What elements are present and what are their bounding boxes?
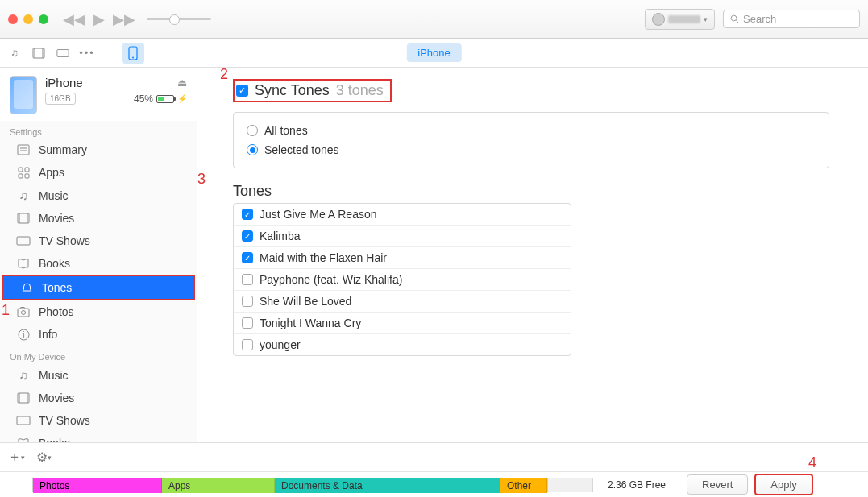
tone-row[interactable]: Payphone (feat. Wiz Khalifa) bbox=[234, 269, 571, 291]
tone-checkbox[interactable]: ✓ bbox=[242, 209, 253, 220]
tone-checkbox[interactable]: ✓ bbox=[242, 230, 253, 242]
books-icon bbox=[16, 437, 31, 442]
tone-label: Kalimba bbox=[260, 230, 301, 242]
capacity-badge: 16GB bbox=[45, 93, 76, 105]
device-tab[interactable] bbox=[122, 43, 144, 64]
chevron-down-icon: ▾ bbox=[704, 15, 708, 23]
tone-label: She Will Be Loved bbox=[260, 295, 351, 308]
search-input[interactable]: Search bbox=[723, 10, 860, 28]
close-window-icon[interactable] bbox=[8, 14, 18, 24]
sidebar-item-tv-shows[interactable]: TV Shows bbox=[0, 230, 197, 252]
tone-row[interactable]: ✓Kalimba bbox=[234, 226, 571, 247]
svg-rect-27 bbox=[17, 416, 30, 425]
tone-label: younger bbox=[260, 338, 301, 351]
tone-row[interactable]: ✓Maid with the Flaxen Hair bbox=[234, 247, 571, 269]
tones-list: ✓Just Give Me A Reason✓Kalimba✓Maid with… bbox=[233, 203, 571, 356]
sidebar-item-info[interactable]: iInfo bbox=[0, 323, 197, 346]
svg-rect-11 bbox=[19, 168, 23, 172]
gear-menu-button[interactable]: ⚙▾ bbox=[36, 449, 52, 465]
radio-all-tones[interactable]: All tones bbox=[247, 121, 816, 140]
music-tab-icon[interactable]: ♫ bbox=[8, 47, 21, 60]
nav-back-forward: ◀◀ ▶ ▶▶ bbox=[63, 10, 135, 28]
svg-point-0 bbox=[731, 15, 737, 21]
sidebar-section-settings: Settings bbox=[0, 121, 197, 139]
volume-slider[interactable] bbox=[147, 18, 211, 20]
storage-bar: PhotosAppsDocuments & DataOther 2.36 GB … bbox=[0, 471, 868, 497]
sidebar-device-item-books[interactable]: Books bbox=[0, 432, 197, 442]
svg-rect-19 bbox=[18, 309, 29, 317]
main-panel: 2 ✓ Sync Tones 3 tones All tones Selecte… bbox=[197, 68, 868, 442]
sidebar-item-music[interactable]: ♫Music bbox=[0, 184, 197, 207]
annotation-1: 1 bbox=[2, 302, 10, 319]
movies-tab-icon[interactable] bbox=[32, 47, 45, 60]
tv-tab-icon[interactable] bbox=[56, 47, 69, 60]
annotation-3: 3 bbox=[197, 171, 206, 188]
sidebar-item-photos[interactable]: Photos bbox=[0, 300, 197, 323]
sync-tones-checkbox[interactable]: ✓ bbox=[236, 85, 248, 97]
window-titlebar: ◀◀ ▶ ▶▶ ▾ Search bbox=[0, 0, 868, 39]
radio-selected-tones[interactable]: Selected tones bbox=[247, 140, 816, 159]
sidebar-device-item-tv-shows[interactable]: TV Shows bbox=[0, 409, 197, 432]
account-name bbox=[668, 15, 700, 23]
sidebar-item-movies[interactable]: Movies bbox=[0, 207, 197, 230]
back-button[interactable]: ◀◀ bbox=[63, 10, 85, 28]
tone-checkbox[interactable] bbox=[242, 296, 253, 307]
play-button[interactable]: ▶ bbox=[93, 10, 105, 28]
tone-row[interactable]: ✓Just Give Me A Reason bbox=[234, 204, 571, 226]
minimize-window-icon[interactable] bbox=[23, 14, 33, 24]
movies-icon bbox=[16, 213, 31, 224]
sync-scope-box: All tones Selected tones bbox=[233, 112, 829, 168]
svg-line-1 bbox=[737, 20, 739, 23]
sidebar-footer-toolbar: ＋▾ ⚙▾ bbox=[0, 442, 868, 471]
tone-row[interactable]: She Will Be Loved bbox=[234, 291, 571, 313]
tone-row[interactable]: younger bbox=[234, 334, 571, 355]
sidebar-item-books[interactable]: Books bbox=[0, 252, 197, 275]
books-icon bbox=[16, 258, 31, 269]
tone-checkbox[interactable]: ✓ bbox=[242, 252, 253, 263]
revert-button[interactable]: Revert bbox=[687, 474, 748, 495]
storage-segment-photos: Photos bbox=[33, 478, 162, 493]
tones-section-title: Tones bbox=[233, 183, 845, 200]
sync-tones-header[interactable]: ✓ Sync Tones 3 tones bbox=[233, 79, 392, 102]
tone-checkbox[interactable] bbox=[242, 274, 253, 285]
sidebar-item-label: Books bbox=[39, 437, 70, 442]
svg-point-20 bbox=[22, 310, 26, 314]
sidebar-item-label: Photos bbox=[39, 305, 74, 318]
sidebar-device-item-music[interactable]: ♫Music bbox=[0, 363, 197, 387]
sidebar-item-tones[interactable]: Tones bbox=[2, 275, 195, 300]
sidebar-item-label: Info bbox=[39, 328, 57, 341]
add-button[interactable]: ＋▾ bbox=[8, 449, 25, 466]
search-icon bbox=[730, 14, 740, 24]
tone-checkbox[interactable] bbox=[242, 317, 253, 329]
forward-button[interactable]: ▶▶ bbox=[113, 10, 135, 28]
sidebar-item-apps[interactable]: Apps bbox=[0, 161, 197, 184]
tone-row[interactable]: Tonight I Wanna Cry bbox=[234, 313, 571, 334]
storage-segment-other: Other bbox=[500, 478, 547, 493]
apply-button[interactable]: Apply bbox=[754, 474, 813, 495]
radio-all-label: All tones bbox=[264, 124, 308, 137]
tone-checkbox[interactable] bbox=[242, 339, 253, 350]
tones-icon bbox=[19, 282, 34, 294]
sidebar-item-label: Music bbox=[39, 369, 69, 382]
sidebar-item-label: Movies bbox=[39, 212, 74, 225]
tv-icon bbox=[16, 416, 31, 426]
svg-text:i: i bbox=[23, 330, 24, 339]
storage-free-segment bbox=[548, 478, 593, 492]
sidebar-item-label: TV Shows bbox=[39, 234, 90, 247]
svg-rect-8 bbox=[18, 145, 29, 155]
device-name-pill[interactable]: iPhone bbox=[406, 43, 461, 62]
radio-icon bbox=[247, 144, 258, 155]
sidebar-device-item-movies[interactable]: Movies bbox=[0, 387, 197, 409]
fullscreen-window-icon[interactable] bbox=[39, 14, 48, 24]
eject-icon[interactable]: ⏏ bbox=[177, 77, 187, 89]
tv-icon bbox=[16, 236, 31, 246]
svg-point-7 bbox=[132, 56, 134, 58]
device-sidebar: iPhone ⏏ 16GB 45% ⚡ Settings SummaryApps… bbox=[0, 68, 197, 442]
tone-label: Maid with the Flaxen Hair bbox=[260, 251, 387, 264]
sidebar-item-summary[interactable]: Summary bbox=[0, 139, 197, 161]
more-tab-icon[interactable]: ••• bbox=[81, 47, 93, 60]
phone-icon bbox=[128, 46, 138, 60]
account-dropdown[interactable]: ▾ bbox=[645, 9, 715, 30]
sidebar-item-label: Books bbox=[39, 257, 70, 270]
photos-icon bbox=[16, 307, 31, 317]
